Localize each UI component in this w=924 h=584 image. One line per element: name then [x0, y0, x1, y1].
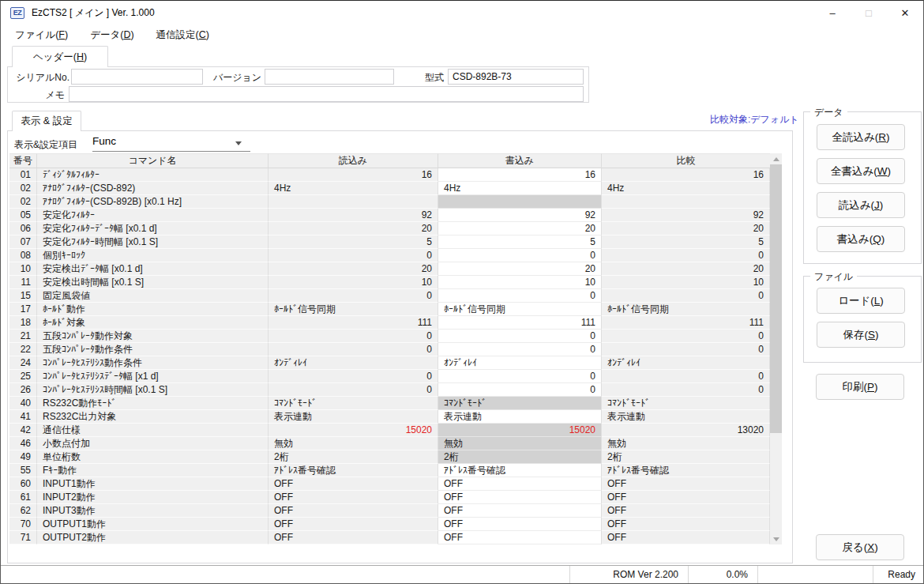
table-row: 62INPUT3動作OFFOFFOFF — [9, 504, 770, 518]
cell-command-name: OUTPUT2動作 — [37, 531, 269, 544]
col-header-command[interactable]: コマンド名 — [37, 153, 269, 168]
tab-header-mnemonic: H — [77, 51, 84, 62]
table-row: 01ﾃﾞｨｼﾞﾀﾙﾌｨﾙﾀｰ161616 — [9, 168, 770, 182]
col-header-compare[interactable]: 比較 — [602, 153, 770, 168]
cell-compare-value: 0 — [602, 343, 770, 356]
table-row: 10安定検出ﾃﾞｰﾀ幅 [x0.1 d]202020 — [9, 262, 770, 276]
write-label-end: ) — [881, 233, 885, 245]
cell-write-value[interactable]: ｺﾏﾝﾄﾞﾓｰﾄﾞ — [438, 397, 602, 410]
table-row: 11安定検出時間幅 [x0.1 S]101010 — [9, 276, 770, 289]
cell-compare-value — [602, 195, 770, 209]
table-body: 01ﾃﾞｨｼﾞﾀﾙﾌｨﾙﾀｰ16161602ｱﾅﾛｸﾞﾌｨﾙﾀｰ(CSD-892… — [9, 168, 770, 544]
load-mnemonic: L — [874, 295, 881, 307]
cell-write-value[interactable]: OFF — [438, 518, 602, 531]
cell-compare-value: OFF — [602, 477, 770, 491]
version-input[interactable] — [265, 69, 394, 85]
cell-write-value[interactable]: OFF — [438, 477, 602, 491]
window-title: EzCTS2 [ メイン ] Ver. 1.000 — [32, 6, 155, 20]
cell-write-value[interactable]: 無効 — [438, 437, 602, 450]
title-bar: EZ EzCTS2 [ メイン ] Ver. 1.000 – □ ✕ — [1, 1, 923, 24]
command-table: 番号 コマンド名 読込み 書込み 比較 01ﾃﾞｨｼﾞﾀﾙﾌｨﾙﾀｰ161616… — [9, 153, 770, 544]
col-header-write[interactable]: 書込み — [438, 153, 602, 168]
cell-write-value[interactable]: 0 — [438, 383, 602, 397]
cell-read-value: ｱﾄﾞﾚｽ番号確認 — [269, 464, 438, 477]
tab-display-settings[interactable]: 表示 & 設定 — [12, 111, 81, 131]
cell-write-value[interactable]: ｱﾄﾞﾚｽ番号確認 — [438, 464, 602, 477]
memo-label: メモ — [30, 89, 65, 102]
cell-compare-value: ｺﾏﾝﾄﾞﾓｰﾄﾞ — [602, 397, 770, 410]
cell-read-value: 92 — [269, 209, 438, 222]
cell-write-value[interactable]: ﾎｰﾙﾄﾞ信号同期 — [438, 303, 602, 316]
scroll-down-icon[interactable] — [770, 533, 782, 544]
cell-command-name: 安定検出時間幅 [x0.1 S] — [37, 276, 269, 289]
cell-number: 55 — [9, 464, 37, 477]
cell-write-value[interactable]: 111 — [438, 316, 602, 330]
write-mnemonic: Q — [873, 233, 881, 245]
tab-header[interactable]: ヘッダー(H) — [12, 46, 108, 67]
cell-write-value[interactable]: OFF — [438, 491, 602, 504]
load-button[interactable]: ロード(L) — [817, 288, 905, 314]
menu-comm-settings[interactable]: 通信設定(C) — [145, 24, 220, 46]
table-scrollbar[interactable] — [770, 153, 782, 544]
cell-write-value[interactable]: 20 — [438, 262, 602, 276]
cell-number: 71 — [9, 531, 37, 544]
table-row: 07安定化ﾌｨﾙﾀｰ時間幅 [x0.1 S]555 — [9, 235, 770, 249]
read-all-button[interactable]: 全読込み(R) — [817, 124, 905, 150]
cell-write-value[interactable]: 0 — [438, 343, 602, 356]
back-button[interactable]: 戻る(X) — [816, 534, 904, 560]
cell-write-value[interactable]: 92 — [438, 209, 602, 222]
cell-read-value: 2桁 — [269, 450, 438, 464]
minimize-button[interactable]: – — [814, 1, 851, 24]
cell-number: 17 — [9, 303, 37, 316]
cell-compare-value: 13020 — [602, 424, 770, 437]
menu-data[interactable]: データ(D) — [79, 24, 145, 46]
cell-write-value[interactable]: 0 — [438, 370, 602, 383]
cell-number: 49 — [9, 450, 37, 464]
maximize-button: □ — [851, 1, 887, 24]
cell-write-value[interactable]: 2桁 — [438, 450, 602, 464]
memo-input[interactable] — [69, 86, 584, 102]
cell-write-value[interactable]: 0 — [438, 330, 602, 343]
write-all-button[interactable]: 全書込み(W) — [817, 158, 905, 184]
display-item-selector[interactable]: Func — [92, 135, 250, 152]
cell-command-name: 通信仕様 — [37, 424, 269, 437]
cell-write-value[interactable] — [438, 195, 602, 209]
cell-write-value[interactable]: 5 — [438, 235, 602, 249]
serial-no-input[interactable] — [71, 69, 203, 85]
save-label-end: ) — [875, 329, 879, 341]
menu-comm-label-end: ) — [206, 29, 209, 40]
write-button[interactable]: 書込み(Q) — [817, 226, 905, 252]
cell-read-value: OFF — [269, 518, 438, 531]
cell-write-value[interactable]: 10 — [438, 276, 602, 289]
model-label: 型式 — [403, 71, 444, 85]
cell-compare-value: 5 — [602, 235, 770, 249]
scroll-up-icon[interactable] — [770, 153, 782, 164]
col-header-read[interactable]: 読込み — [269, 153, 438, 168]
cell-command-name: ﾃﾞｨｼﾞﾀﾙﾌｨﾙﾀｰ — [37, 168, 269, 182]
cell-write-value[interactable]: OFF — [438, 531, 602, 544]
cell-write-value[interactable]: 4Hz — [438, 182, 602, 195]
cell-write-value[interactable]: ｵﾝﾃﾞｨﾚｲ — [438, 356, 602, 370]
save-button[interactable]: 保存(S) — [817, 322, 905, 348]
cell-read-value: 111 — [269, 316, 438, 330]
cell-read-value: 5 — [269, 235, 438, 249]
tab-display-settings-label: 表示 & 設定 — [21, 115, 72, 128]
cell-number: 41 — [9, 410, 37, 424]
cell-write-value[interactable]: 15020 — [438, 424, 602, 437]
col-header-number[interactable]: 番号 — [9, 153, 37, 168]
cell-write-value[interactable]: 20 — [438, 222, 602, 235]
close-button[interactable]: ✕ — [887, 1, 923, 24]
menu-bar: ファイル(F) データ(D) 通信設定(C) — [1, 24, 923, 46]
menu-file[interactable]: ファイル(F) — [4, 24, 79, 46]
cell-write-value[interactable]: 0 — [438, 249, 602, 262]
print-button[interactable]: 印刷(P) — [816, 374, 904, 400]
cell-write-value[interactable]: 16 — [438, 168, 602, 182]
cell-write-value[interactable]: 表示連動 — [438, 410, 602, 424]
read-button[interactable]: 読込み(J) — [817, 192, 905, 218]
cell-write-value[interactable]: OFF — [438, 504, 602, 518]
cell-number: 24 — [9, 356, 37, 370]
model-input[interactable] — [448, 69, 584, 85]
scrollbar-thumb[interactable] — [770, 164, 782, 433]
cell-write-value[interactable]: 0 — [438, 289, 602, 303]
data-group-label: データ — [810, 106, 847, 119]
